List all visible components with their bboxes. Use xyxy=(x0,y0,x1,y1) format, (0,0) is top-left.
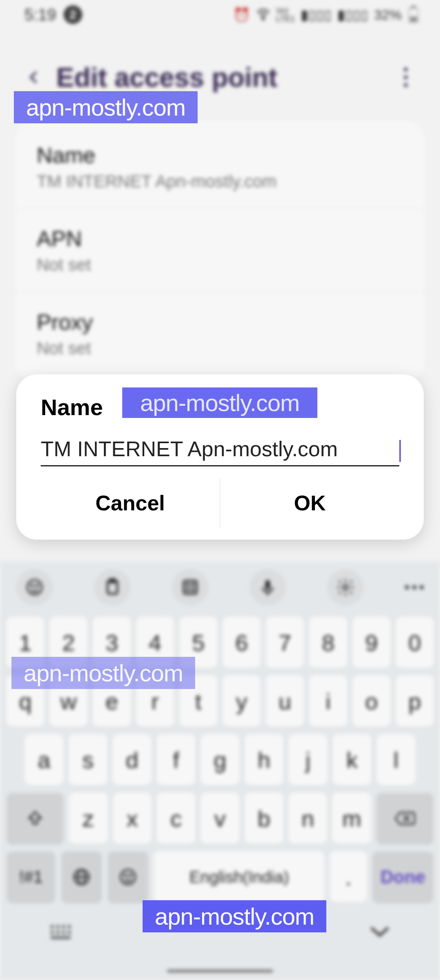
key-h[interactable]: h xyxy=(245,734,283,785)
more-tool-icon[interactable] xyxy=(405,585,424,589)
row-name[interactable]: Name TM INTERNET Apn-mostly.com xyxy=(16,125,424,209)
row-proxy[interactable]: Proxy Not set xyxy=(16,292,424,375)
svg-point-35 xyxy=(68,931,71,934)
symbols-key[interactable]: !#1 xyxy=(7,851,55,903)
row-title: Proxy xyxy=(37,309,403,335)
svg-point-28 xyxy=(51,925,54,928)
svg-point-14 xyxy=(192,584,194,586)
svg-point-32 xyxy=(51,931,54,934)
key-6[interactable]: 6 xyxy=(223,617,260,668)
svg-point-4 xyxy=(404,68,408,72)
key-i[interactable]: i xyxy=(309,676,347,727)
watermark: apn-mostly.com xyxy=(11,657,195,689)
row-value: TM INTERNET Apn-mostly.com xyxy=(37,172,403,191)
hide-keyboard-icon[interactable] xyxy=(368,925,391,940)
svg-rect-3 xyxy=(410,17,417,22)
battery-icon xyxy=(407,6,420,24)
key-a[interactable]: a xyxy=(25,734,63,785)
svg-point-31 xyxy=(68,925,71,928)
svg-point-34 xyxy=(62,931,65,934)
keyboard-switch-icon[interactable] xyxy=(49,923,73,941)
text-cursor xyxy=(399,440,401,462)
emoji-key[interactable] xyxy=(108,851,148,903)
row-value: Not set xyxy=(37,339,403,358)
svg-point-8 xyxy=(31,585,33,586)
row-title: Name xyxy=(37,142,403,168)
key-s[interactable]: s xyxy=(69,734,107,785)
svg-point-9 xyxy=(36,585,38,586)
more-button[interactable] xyxy=(396,68,416,87)
key-n[interactable]: n xyxy=(289,793,327,844)
status-time: 5:19 xyxy=(24,6,56,24)
svg-point-7 xyxy=(27,580,42,595)
row-apn[interactable]: APN Not set xyxy=(16,209,424,292)
svg-point-0 xyxy=(262,18,264,20)
svg-rect-17 xyxy=(265,580,270,590)
key-y[interactable]: y xyxy=(223,676,260,727)
key-9[interactable]: 9 xyxy=(353,617,390,668)
language-key[interactable] xyxy=(61,851,102,903)
watermark: apn-mostly.com xyxy=(122,387,317,418)
volte-icon: Vo)LTE1 xyxy=(276,7,295,23)
mic-tool-icon[interactable] xyxy=(249,569,286,606)
battery-text: 32% xyxy=(374,7,402,23)
key-j[interactable]: j xyxy=(289,734,327,785)
space-key[interactable]: English(India) xyxy=(154,851,324,903)
signal-1-icon: ▮▯▯▯ xyxy=(301,7,332,23)
key-b[interactable]: b xyxy=(245,793,283,844)
apn-list: Name TM INTERNET Apn-mostly.com APN Not … xyxy=(16,121,424,379)
svg-point-33 xyxy=(56,931,59,934)
ok-button[interactable]: OK xyxy=(220,479,399,527)
svg-rect-12 xyxy=(184,581,197,594)
key-o[interactable]: o xyxy=(353,676,390,727)
key-l[interactable]: l xyxy=(377,734,415,785)
status-bar: 5:19 2 ⏰ Vo)LTE1 ▮▯▯▯ ▮▯▯▯ 32% xyxy=(0,0,440,29)
svg-point-16 xyxy=(192,589,194,591)
svg-point-25 xyxy=(121,870,135,884)
key-u[interactable]: u xyxy=(266,676,304,727)
key-c[interactable]: c xyxy=(157,793,195,844)
key-d[interactable]: d xyxy=(113,734,151,785)
clipboard-tool-icon[interactable] xyxy=(94,569,131,606)
name-input[interactable] xyxy=(41,437,399,461)
svg-rect-36 xyxy=(51,936,71,939)
edit-name-dialog: apn-mostly.com Name Cancel OK xyxy=(16,374,424,540)
status-icons: ⏰ Vo)LTE1 ▮▯▯▯ ▮▯▯▯ 32% xyxy=(233,6,420,24)
cancel-button[interactable]: Cancel xyxy=(41,479,220,527)
key-v[interactable]: v xyxy=(201,793,239,844)
svg-point-29 xyxy=(56,925,59,928)
svg-point-15 xyxy=(187,589,189,591)
key-k[interactable]: k xyxy=(333,734,371,785)
key-p[interactable]: p xyxy=(396,676,433,727)
key-8[interactable]: 8 xyxy=(309,617,347,668)
emoji-tool-icon[interactable] xyxy=(16,569,53,606)
key-f[interactable]: f xyxy=(157,734,195,785)
text-tool-icon[interactable] xyxy=(172,569,209,606)
svg-point-30 xyxy=(62,925,65,928)
key-7[interactable]: 7 xyxy=(266,617,304,668)
settings-tool-icon[interactable] xyxy=(327,569,364,606)
svg-point-5 xyxy=(404,75,408,79)
done-key[interactable]: Done xyxy=(372,851,433,903)
key-0[interactable]: 0 xyxy=(396,617,433,668)
key-z[interactable]: z xyxy=(69,793,108,844)
watermark: apn-mostly.com xyxy=(14,91,198,123)
watermark: apn-mostly.com xyxy=(143,900,326,932)
svg-point-6 xyxy=(404,83,408,87)
svg-point-19 xyxy=(343,585,348,590)
key-g[interactable]: g xyxy=(201,734,239,785)
shift-key[interactable] xyxy=(7,793,64,844)
alarm-icon: ⏰ xyxy=(233,7,250,23)
wifi-icon xyxy=(256,7,271,22)
signal-2-icon: ▮▯▯▯ xyxy=(337,7,368,23)
svg-point-27 xyxy=(130,875,131,876)
backspace-key[interactable] xyxy=(376,793,433,844)
svg-point-26 xyxy=(125,875,126,876)
key-m[interactable]: m xyxy=(332,793,371,844)
status-notif-badge: 2 xyxy=(64,5,82,24)
key-x[interactable]: x xyxy=(113,793,152,844)
home-indicator[interactable] xyxy=(167,969,273,973)
back-button[interactable] xyxy=(24,68,44,87)
period-key[interactable]: . xyxy=(330,851,367,903)
page-title: Edit access point xyxy=(56,62,277,93)
